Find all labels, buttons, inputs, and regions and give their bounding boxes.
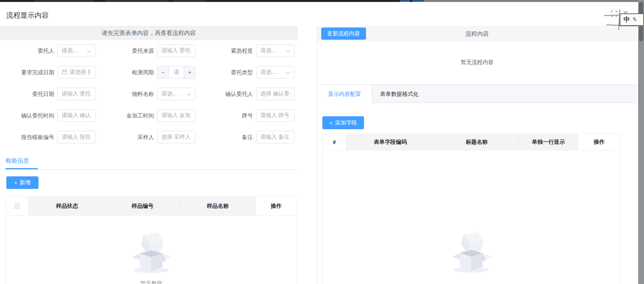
plus-icon: + xyxy=(329,120,333,126)
consign-date-input[interactable]: 请输入 委托 xyxy=(57,88,96,100)
add-sample-label: 新增 xyxy=(20,179,31,186)
confirm-consignor-input[interactable]: 选择 确认委 xyxy=(256,88,295,100)
translate-widget[interactable]: 中 ✎ xyxy=(620,13,644,26)
field-label: 委托类型 xyxy=(199,66,253,79)
column-header: 操作 xyxy=(256,197,297,215)
chevron-down-icon xyxy=(285,48,290,54)
column-header: # xyxy=(323,134,346,150)
placeholder-text: 请输入 备注 xyxy=(260,134,289,141)
sampler-input[interactable]: 选择 采样人 xyxy=(157,131,196,143)
placeholder-text: 请输入 委托 xyxy=(161,47,190,54)
placeholder-text: 请选择 要 xyxy=(70,69,90,76)
chevron-down-icon xyxy=(285,69,290,75)
empty-state: 暂无数据 xyxy=(126,231,177,284)
sample-table-header: 样品状态 样品编号 样品名称 操作 xyxy=(6,197,297,216)
field-label: 委托人 xyxy=(0,44,54,57)
column-header: 样品状态 xyxy=(29,197,105,215)
field-label: 检测周期 xyxy=(99,66,154,79)
update-flow-button[interactable]: 更新流程内容 xyxy=(321,27,366,40)
flow-header: 更新流程内容 流程内容 xyxy=(317,26,637,41)
field-label: 要求完成日期 xyxy=(0,66,54,79)
config-tabs: 显示内容配置 表单数据格式化 xyxy=(317,84,637,103)
browser-scrollbar[interactable] xyxy=(638,0,644,284)
column-header: 单独一行显示 xyxy=(519,134,578,150)
empty-box-illustration xyxy=(126,231,177,274)
column-header: 样品编号 xyxy=(105,197,180,215)
minus-button[interactable]: − xyxy=(157,66,169,78)
dialog-title: 流程显示内容 xyxy=(6,11,49,20)
field-label: 确认委托时间 xyxy=(0,109,54,122)
remark-input[interactable]: 请输入 备注 xyxy=(256,131,295,143)
placeholder-text: 请输入 牌号 xyxy=(260,112,289,119)
field-label: 牌号 xyxy=(199,109,253,122)
field-label: 委托来源 xyxy=(99,44,154,57)
machining-time-input[interactable]: 请输入 金加 xyxy=(157,109,196,122)
test-cycle-stepper[interactable]: − 请 + xyxy=(157,66,196,79)
placeholder-text: 选择 采样人 xyxy=(161,134,190,141)
divider xyxy=(0,169,298,170)
field-label: 金加工时间 xyxy=(99,109,154,122)
field-label: 紧急程度 xyxy=(199,44,253,57)
urgency-select[interactable]: 请选... xyxy=(256,44,295,57)
placeholder-text: 请输入 委托 xyxy=(62,90,91,97)
select-all-cell[interactable] xyxy=(6,197,29,215)
field-label: 委托日期 xyxy=(0,88,54,100)
field-table-header: # 表单字段编码 标题名称 单独一行显示 操作 xyxy=(323,134,620,150)
column-header: 表单字段编码 xyxy=(346,134,435,150)
sample-table: 样品状态 样品编号 样品名称 操作 暂无数据 xyxy=(5,196,297,284)
plus-button[interactable]: + xyxy=(184,66,195,78)
tabs-filler xyxy=(426,85,637,103)
consignor-select[interactable]: 请选... xyxy=(57,44,96,57)
plus-icon: + xyxy=(14,180,17,186)
field-label: 确认委托人 xyxy=(199,88,253,100)
field-label: 采样人 xyxy=(99,131,154,143)
placeholder-text: 选择 确认委 xyxy=(260,90,289,97)
consign-source-input[interactable]: 请输入 委托 xyxy=(157,44,196,57)
form-hint-banner: 请先完善表单内容，再查看流程内容 xyxy=(0,26,298,40)
request-form: 委托人 请选... 委托来源 请输入 委托 紧急程度 请选... 要求完成日期 … xyxy=(0,44,298,143)
field-config-table: # 表单字段编码 标题名称 单独一行显示 操作 xyxy=(322,134,621,284)
placeholder-text: 请输入 金加 xyxy=(161,112,190,119)
placeholder-text: 请输入 确认 xyxy=(62,112,91,119)
stepper-input[interactable]: 请 xyxy=(169,66,184,78)
empty-state xyxy=(446,231,497,275)
material-name-select[interactable]: 请选... xyxy=(157,88,196,100)
placeholder-text: 请选... xyxy=(260,47,276,54)
deadline-date-picker[interactable]: 请选择 要 xyxy=(57,66,96,79)
empty-box-illustration xyxy=(446,231,497,273)
add-sample-button[interactable]: + 新增 xyxy=(6,176,38,189)
chevron-down-icon xyxy=(187,91,191,97)
add-field-label: 添加字段 xyxy=(335,119,357,126)
flow-empty-text: 暂无流程内容 xyxy=(317,59,637,66)
pen-icon: ✎ xyxy=(632,16,638,24)
translate-widget-label: 中 xyxy=(624,16,630,24)
column-header: 样品名称 xyxy=(180,197,256,215)
tab-form-data-format[interactable]: 表单数据格式化 xyxy=(372,85,426,103)
brand-number-input[interactable]: 请输入 牌号 xyxy=(256,109,295,122)
select-all-checkbox[interactable] xyxy=(15,203,20,209)
column-header: 标题名称 xyxy=(435,134,519,150)
confirm-time-input[interactable]: 请输入 确认 xyxy=(57,109,96,122)
placeholder-text: 请输入 报告 xyxy=(62,134,91,141)
add-field-button[interactable]: + 添加字段 xyxy=(322,116,364,129)
consign-type-select[interactable]: 请选... xyxy=(256,66,295,79)
field-label: 物料名称 xyxy=(99,88,154,100)
placeholder-text: 请 xyxy=(174,69,179,76)
placeholder-text: 请选... xyxy=(161,90,177,97)
tab-inspection-info[interactable]: 检验信息 xyxy=(5,157,29,165)
placeholder-text: 请选... xyxy=(62,47,77,54)
placeholder-text: 请选... xyxy=(260,69,276,76)
report-template-input[interactable]: 请输入 报告 xyxy=(57,131,96,143)
fullscreen-icon[interactable] xyxy=(611,11,617,17)
column-header: 操作 xyxy=(578,134,620,150)
field-label: 备注 xyxy=(199,131,253,143)
calendar-icon xyxy=(62,69,67,76)
chevron-down-icon xyxy=(87,48,91,54)
field-label: 报告模板编号 xyxy=(0,131,54,143)
tab-display-config[interactable]: 显示内容配置 xyxy=(317,85,372,103)
process-display-dialog: 流程显示内容 ✕ 请先完善表单内容，再查看流程内容 委托人 请选... 委托来源… xyxy=(0,2,638,284)
empty-text: 暂无数据 xyxy=(126,280,177,284)
